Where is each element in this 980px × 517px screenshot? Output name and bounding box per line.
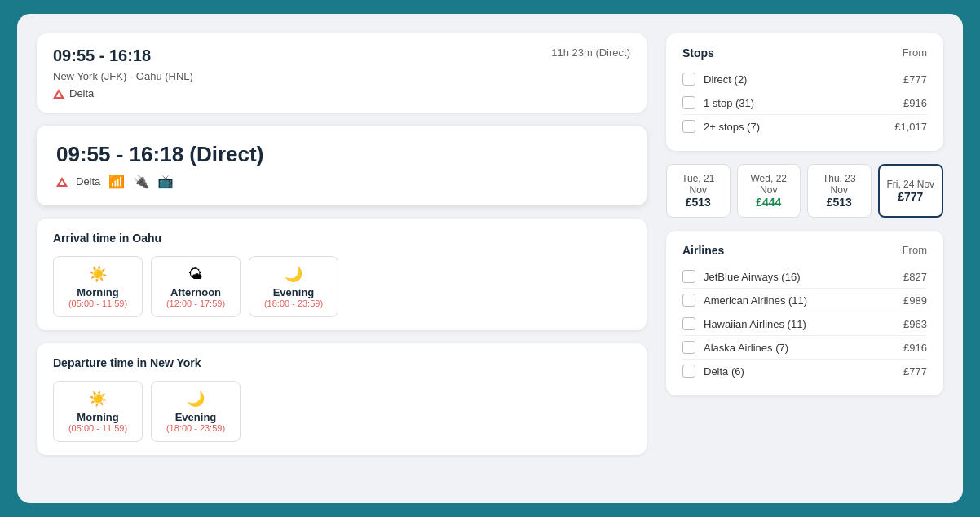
jetblue-checkbox[interactable]: [682, 270, 695, 283]
main-container: 09:55 - 16:18 11h 23m (Direct) New York …: [17, 14, 963, 503]
hawaiian-label: Hawaiian Airlines (11): [704, 318, 806, 330]
fri-price: £777: [886, 190, 936, 203]
departure-time-filter: Departure time in New York ☀️ Morning (0…: [37, 343, 647, 455]
dep-morning-label: Morning: [77, 411, 118, 423]
airline-name-selected: Delta: [76, 175, 100, 188]
delta-checkbox[interactable]: [682, 365, 695, 378]
flight-time-selected: 09:55 - 16:18 (Direct): [56, 142, 627, 167]
stops-title: Stops: [682, 46, 714, 60]
stop-1stop-checkbox[interactable]: [682, 96, 695, 109]
fri-label: Fri, 24 Nov: [886, 179, 936, 190]
alaska-left: Alaska Airlines (7): [682, 341, 788, 354]
tue-price: £513: [673, 196, 723, 209]
hawaiian-checkbox[interactable]: [682, 317, 695, 330]
arrival-time-filter: Arrival time in Oahu ☀️ Morning (05:00 -…: [37, 219, 647, 330]
stop-row-1stop: 1 stop (31) £916: [682, 91, 927, 115]
flight-card-summary[interactable]: 09:55 - 16:18 11h 23m (Direct) New York …: [37, 33, 647, 113]
hawaiian-left: Hawaiian Airlines (11): [682, 317, 806, 330]
usb-icon: 🔌: [133, 174, 149, 189]
thu-price: £513: [814, 196, 864, 209]
date-btn-fri[interactable]: Fri, 24 Nov £777: [878, 164, 944, 218]
arrival-morning-btn[interactable]: ☀️ Morning (05:00 - 11:59): [53, 256, 143, 317]
arrival-time-grid: ☀️ Morning (05:00 - 11:59) 🌤 Afternoon (…: [53, 256, 630, 317]
stop-direct-label: Direct (2): [704, 73, 747, 86]
dep-morning-range: (05:00 - 11:59): [65, 423, 130, 433]
american-checkbox[interactable]: [682, 294, 695, 307]
delta-logo-icon: [53, 89, 64, 99]
airline-row: Delta: [53, 87, 630, 99]
flight-route: New York (JFK) - Oahu (HNL): [53, 70, 630, 82]
airline-row-hawaiian: Hawaiian Airlines (11) £963: [682, 312, 927, 336]
thu-label: Thu, 23 Nov: [814, 173, 864, 196]
american-left: American Airlines (11): [682, 294, 807, 307]
date-btn-tue[interactable]: Tue, 21 Nov £513: [666, 164, 731, 218]
stop-direct-price: £777: [903, 73, 927, 86]
stop-direct-left: Direct (2): [682, 73, 747, 86]
arrival-filter-title: Arrival time in Oahu: [53, 232, 630, 245]
morning-range: (05:00 - 11:59): [65, 298, 130, 308]
airline-row-jetblue: JetBlue Airways (16) £827: [682, 265, 927, 289]
arrival-afternoon-btn[interactable]: 🌤 Afternoon (12:00 - 17:59): [151, 256, 241, 317]
delta-filter-label: Delta (6): [704, 365, 744, 378]
departure-evening-btn[interactable]: 🌙 Evening (18:00 - 23:59): [151, 381, 241, 442]
departure-filter-title: Departure time in New York: [53, 356, 630, 369]
airline-name: Delta: [69, 87, 94, 99]
flight-time: 09:55 - 16:18: [53, 46, 151, 65]
stop-2plus-price: £1,017: [894, 121, 927, 133]
evening-icon: 🌙: [261, 265, 326, 283]
stops-header-row: Stops From: [682, 46, 927, 60]
date-btn-thu[interactable]: Thu, 23 Nov £513: [807, 164, 872, 218]
left-panel: 09:55 - 16:18 11h 23m (Direct) New York …: [37, 33, 647, 484]
arrival-evening-btn[interactable]: 🌙 Evening (18:00 - 23:59): [249, 256, 338, 317]
jetblue-label: JetBlue Airways (16): [704, 271, 801, 283]
delta-price: £777: [903, 365, 927, 378]
airline-row-alaska: Alaska Airlines (7) £916: [682, 336, 927, 360]
morning-label: Morning: [77, 286, 118, 298]
airlines-header-row: Airlines From: [682, 244, 927, 257]
departure-time-grid: ☀️ Morning (05:00 - 11:59) 🌙 Evening (18…: [53, 381, 630, 442]
date-btn-wed[interactable]: Wed, 22 Nov £444: [737, 164, 801, 218]
departure-morning-btn[interactable]: ☀️ Morning (05:00 - 11:59): [53, 381, 143, 442]
jetblue-left: JetBlue Airways (16): [682, 270, 801, 283]
dep-evening-range: (18:00 - 23:59): [163, 423, 228, 433]
alaska-price: £916: [903, 342, 927, 354]
airline-row-american: American Airlines (11) £989: [682, 289, 927, 312]
evening-label: Evening: [273, 286, 315, 298]
wifi-icon: 📶: [108, 174, 125, 189]
right-panel: Stops From Direct (2) £777 1 stop (31) £…: [666, 33, 943, 484]
stops-from-label: From: [903, 46, 927, 60]
stop-2plus-left: 2+ stops (7): [682, 120, 760, 133]
stop-1stop-price: £916: [903, 97, 927, 109]
evening-range: (18:00 - 23:59): [261, 298, 326, 308]
airlines-from-label: From: [903, 244, 927, 257]
alaska-checkbox[interactable]: [682, 341, 695, 354]
hawaiian-price: £963: [903, 318, 927, 330]
dep-evening-label: Evening: [175, 411, 217, 423]
stop-1stop-left: 1 stop (31): [682, 96, 754, 109]
flight-card-selected[interactable]: 09:55 - 16:18 (Direct) Delta 📶 🔌 📺: [37, 126, 647, 205]
delta-left: Delta (6): [682, 365, 744, 378]
american-price: £989: [903, 294, 927, 307]
wed-label: Wed, 22 Nov: [744, 173, 794, 196]
screen-icon: 📺: [157, 174, 174, 189]
morning-icon: ☀️: [65, 265, 130, 283]
flight-duration: 11h 23m (Direct): [551, 46, 630, 59]
dep-morning-icon: ☀️: [65, 390, 130, 408]
afternoon-icon: 🌤: [163, 266, 228, 283]
delta-logo-selected-icon: [56, 177, 68, 187]
jetblue-price: £827: [903, 271, 927, 283]
date-selector: Tue, 21 Nov £513 Wed, 22 Nov £444 Thu, 2…: [666, 164, 943, 218]
stops-filter-card: Stops From Direct (2) £777 1 stop (31) £…: [666, 33, 943, 151]
stop-direct-checkbox[interactable]: [682, 73, 695, 86]
flight-amenities: Delta 📶 🔌 📺: [56, 174, 627, 189]
airlines-title: Airlines: [682, 244, 724, 257]
dep-evening-icon: 🌙: [163, 390, 228, 408]
alaska-label: Alaska Airlines (7): [704, 342, 788, 354]
airlines-filter-card: Airlines From JetBlue Airways (16) £827 …: [666, 231, 943, 395]
stop-row-2plus: 2+ stops (7) £1,017: [682, 115, 927, 138]
stop-1stop-label: 1 stop (31): [704, 97, 754, 109]
stop-row-direct: Direct (2) £777: [682, 68, 927, 91]
afternoon-label: Afternoon: [170, 286, 221, 298]
tue-label: Tue, 21 Nov: [673, 173, 723, 196]
stop-2plus-checkbox[interactable]: [682, 120, 695, 133]
